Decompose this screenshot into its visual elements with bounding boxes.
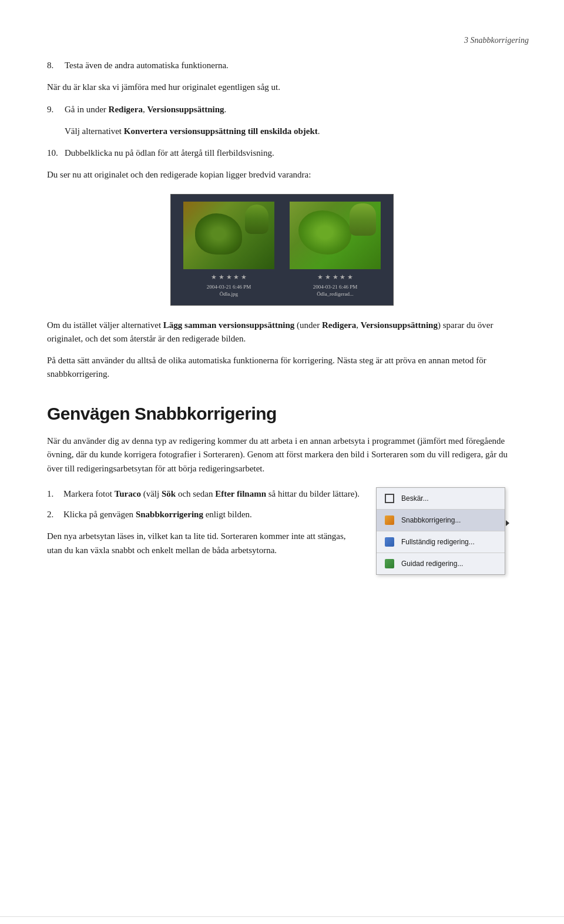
step-10-number: 10.	[47, 146, 61, 160]
step-8: 8. Testa även de andra automatiska funkt…	[47, 59, 517, 72]
para-den-nya: Den nya arbetsytan läses in, vilket kan …	[47, 530, 362, 557]
page-footer: © Docendo AB Photoshop Elements 7 17	[0, 916, 564, 924]
crop-icon	[384, 493, 395, 504]
para-pa-detta: På detta sätt använder du alltså de olik…	[47, 354, 517, 381]
thumb-right-img	[290, 202, 381, 269]
screenshot-box: ★ ★ ★ ★ ★ 2004-03-21 6:46 PM Ödla.jpg ★ …	[170, 194, 394, 306]
thumb-left-img	[183, 202, 274, 269]
col-right: Beskär... Snabbkorrigering... Fulls	[376, 487, 517, 575]
guided-icon-shape	[385, 559, 394, 568]
step-9: 9. Gå in under Redigera, Versionsuppsätt…	[47, 103, 517, 116]
lizard-left-img	[183, 202, 274, 269]
quick-icon	[384, 514, 395, 526]
list-item-1: 1. Markera fotot Turaco (välj Sök och se…	[47, 487, 362, 501]
full-icon-shape	[385, 537, 394, 547]
menu-item-beskär: Beskär...	[377, 488, 505, 510]
list-num-2: 2.	[47, 508, 59, 521]
section-intro: När du använder dig av denna typ av redi…	[47, 434, 517, 476]
list-num-1: 1.	[47, 487, 59, 501]
two-col-section: 1. Markera fotot Turaco (välj Sök och se…	[47, 487, 517, 575]
menu-item-snabb: Snabbkorrigering...	[377, 510, 505, 531]
menu-item-guided: Guidad redigering...	[377, 553, 505, 574]
step-8-text: Testa även de andra automatiska funktion…	[65, 59, 517, 72]
para-du-ser: Du ser nu att originalet och den rediger…	[47, 168, 517, 182]
menu-item-full: Fullständig redigering...	[377, 531, 505, 553]
numbered-list: 1. Markera fotot Turaco (välj Sök och se…	[47, 487, 362, 522]
context-menu-box: Beskär... Snabbkorrigering... Fulls	[376, 487, 505, 575]
screenshot-container: ★ ★ ★ ★ ★ 2004-03-21 6:46 PM Ödla.jpg ★ …	[47, 194, 517, 306]
step-10: 10. Dubbelklicka nu på ödlan för att åte…	[47, 146, 517, 160]
list-content-2: Klicka på genvägen Snabbkorrigering enli…	[63, 508, 362, 521]
list-content-1: Markera fotot Turaco (välj Sök och sedan…	[63, 487, 362, 501]
thumb-right-stars: ★ ★ ★ ★ ★	[317, 272, 353, 282]
quick-icon-shape	[385, 515, 394, 525]
crop-icon-shape	[385, 494, 394, 503]
thumb-right: ★ ★ ★ ★ ★ 2004-03-21 6:46 PM Ödla_redige…	[284, 202, 386, 298]
page-wrapper: 3 Snabbkorrigering 8. Testa även de andr…	[0, 24, 564, 924]
page-header: 3 Snabbkorrigering	[0, 24, 564, 53]
thumb-left: ★ ★ ★ ★ ★ 2004-03-21 6:46 PM Ödla.jpg	[178, 202, 280, 298]
chapter-title: 3 Snabbkorrigering	[464, 36, 529, 45]
list-item-2: 2. Klicka på genvägen Snabbkorrigering e…	[47, 508, 362, 521]
section-heading: Genvägen Snabbkorrigering	[47, 400, 517, 428]
para-konvertera: Välj alternativet Konvertera versionsupp…	[65, 125, 517, 138]
thumb-left-stars: ★ ★ ★ ★ ★	[211, 272, 247, 282]
col-left: 1. Markera fotot Turaco (välj Sök och se…	[47, 487, 362, 565]
lizard-right-img	[290, 202, 381, 269]
full-icon	[384, 536, 395, 548]
thumb-right-meta: 2004-03-21 6:46 PM Ödla_redigerad...	[313, 283, 358, 298]
step-8-number: 8.	[47, 59, 61, 72]
main-content: 8. Testa även de andra automatiska funkt…	[0, 24, 564, 622]
step-9-number: 9.	[47, 103, 61, 116]
para-after-8: När du är klar ska vi jämföra med hur or…	[47, 81, 517, 94]
step-10-text: Dubbelklicka nu på ödlan för att återgå …	[65, 146, 517, 160]
step-9-text: Gå in under Redigera, Versionsuppsättnin…	[65, 103, 517, 116]
cursor-arrow	[506, 520, 509, 526]
thumb-left-meta: 2004-03-21 6:46 PM Ödla.jpg	[207, 283, 251, 298]
guided-icon	[384, 558, 395, 570]
para-om-du: Om du istället väljer alternativet Lägg …	[47, 319, 517, 346]
